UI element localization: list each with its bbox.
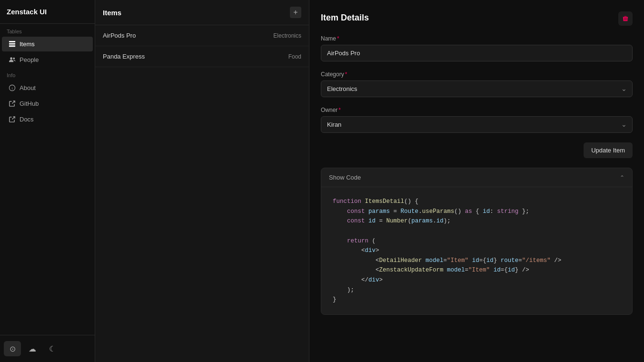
- light-theme-btn[interactable]: ☁: [24, 341, 41, 356]
- sidebar: Zenstack UI Tables Items People Info i A…: [0, 0, 95, 362]
- item-detail-panel: Item Details Name* Category* Electronics…: [309, 0, 644, 362]
- trash-icon: [622, 15, 629, 22]
- items-list-header: Items +: [95, 0, 309, 25]
- category-required-indicator: *: [345, 71, 347, 78]
- category-field-group: Category* Electronics Food Clothing Othe…: [321, 71, 633, 97]
- sidebar-item-docs[interactable]: Docs: [2, 112, 93, 127]
- dark-theme-btn[interactable]: ☾: [44, 341, 61, 356]
- detail-title: Item Details: [321, 13, 369, 23]
- code-body: function ItemsDetail() { const params = …: [321, 187, 632, 314]
- list-item-name: Panda Express: [103, 53, 145, 60]
- items-list-title: Items: [103, 9, 121, 17]
- code-content: function ItemsDetail() { const params = …: [333, 197, 621, 305]
- theme-switcher: ⊙ ☁ ☾: [0, 335, 95, 362]
- category-select-wrapper: Electronics Food Clothing Other: [321, 80, 633, 97]
- list-item[interactable]: AirPods Pro Electronics: [95, 25, 309, 46]
- list-item-name: AirPods Pro: [103, 32, 136, 39]
- sidebar-item-github-label: GitHub: [20, 100, 39, 107]
- external-link-icon: [9, 100, 16, 107]
- owner-required-indicator: *: [338, 107, 341, 113]
- category-select[interactable]: Electronics Food Clothing Other: [321, 80, 633, 97]
- name-required-indicator: *: [337, 35, 339, 42]
- sidebar-item-items[interactable]: Items: [2, 37, 93, 51]
- show-code-label: Show Code: [329, 174, 361, 181]
- info-section-label: Info: [0, 68, 95, 80]
- svg-point-3: [10, 57, 12, 60]
- sidebar-item-about-label: About: [20, 84, 36, 91]
- svg-rect-1: [9, 43, 15, 45]
- list-item[interactable]: Panda Express Food: [95, 46, 309, 67]
- app-logo: Zenstack UI: [0, 0, 95, 24]
- list-item-badge: Electronics: [273, 32, 301, 39]
- sidebar-item-github[interactable]: GitHub: [2, 96, 93, 111]
- sidebar-item-people-label: People: [20, 56, 39, 63]
- detail-header: Item Details: [321, 11, 633, 26]
- show-code-toggle[interactable]: Show Code ⌃: [321, 168, 632, 187]
- name-label: Name*: [321, 35, 633, 42]
- category-label: Category*: [321, 71, 633, 78]
- list-item-badge: Food: [288, 53, 301, 60]
- info-icon: i: [9, 84, 16, 91]
- svg-text:i: i: [12, 86, 13, 90]
- delete-item-button[interactable]: [618, 11, 633, 26]
- owner-label: Owner*: [321, 107, 633, 113]
- update-item-button[interactable]: Update Item: [584, 142, 633, 158]
- sidebar-item-docs-label: Docs: [20, 116, 34, 123]
- sidebar-item-about[interactable]: i About: [2, 80, 93, 95]
- owner-select[interactable]: Kiran Alice Bob: [321, 116, 633, 133]
- code-section: Show Code ⌃ function ItemsDetail() { con…: [321, 168, 633, 315]
- name-field-group: Name*: [321, 35, 633, 61]
- table-icon: [9, 40, 16, 48]
- tables-section-label: Tables: [0, 24, 95, 36]
- chevron-up-icon: ⌃: [620, 174, 624, 181]
- name-input[interactable]: [321, 45, 633, 61]
- items-list-panel: Items + AirPods Pro Electronics Panda Ex…: [95, 0, 309, 362]
- add-item-button[interactable]: +: [290, 7, 301, 18]
- owner-field-group: Owner* Kiran Alice Bob: [321, 107, 633, 133]
- users-icon: [9, 56, 16, 63]
- svg-rect-2: [9, 45, 15, 47]
- external-link-icon-docs: [9, 116, 16, 123]
- sidebar-item-people[interactable]: People: [2, 52, 93, 67]
- svg-point-4: [13, 58, 15, 60]
- sidebar-item-items-label: Items: [20, 40, 35, 48]
- owner-select-wrapper: Kiran Alice Bob: [321, 116, 633, 133]
- system-theme-btn[interactable]: ⊙: [4, 341, 21, 356]
- svg-rect-0: [9, 41, 15, 42]
